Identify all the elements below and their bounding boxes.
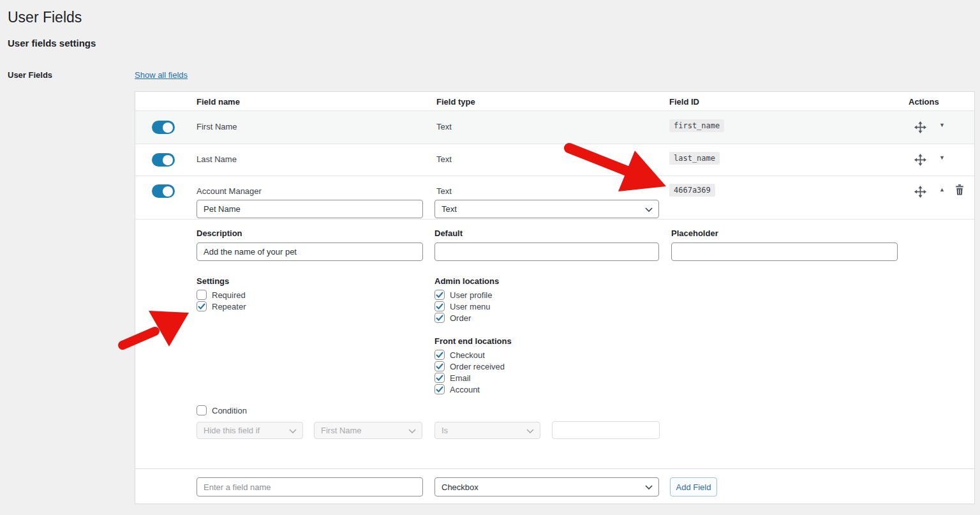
setting-repeater: Repeater — [197, 301, 246, 311]
chevron-down-icon — [645, 485, 653, 490]
user-menu-checkbox[interactable] — [434, 301, 445, 311]
column-header-field-type: Field type — [436, 97, 475, 107]
field-id-chip: last_name — [669, 152, 720, 165]
move-icon[interactable] — [914, 154, 926, 168]
condition-toggle-row: Condition — [197, 405, 247, 415]
placeholder-input[interactable] — [671, 243, 898, 261]
placeholder-label: Placeholder — [671, 228, 718, 238]
user-profile-checkbox[interactable] — [434, 290, 445, 300]
field-name-cell: Last Name — [197, 154, 237, 164]
checkbox-label: Order — [450, 313, 471, 323]
column-header-field-name: Field name — [197, 97, 240, 107]
checkbox-label: Email — [450, 373, 471, 383]
column-header-actions: Actions — [909, 97, 939, 107]
checkout-checkbox[interactable] — [434, 350, 445, 360]
move-icon[interactable] — [914, 121, 926, 135]
table-row: First Name Text first_name ▼ — [135, 111, 974, 144]
condition-checkbox[interactable] — [197, 405, 207, 415]
checkbox-label: Required — [212, 290, 246, 300]
chevron-down-icon — [289, 429, 297, 434]
condition-value-input[interactable] — [552, 421, 660, 439]
condition-label: Condition — [212, 406, 247, 415]
condition-operator-select[interactable]: Is — [434, 422, 540, 439]
settings-label: Settings — [197, 276, 229, 286]
section-label: User Fields — [8, 70, 52, 80]
field-name-cell: First Name — [197, 122, 237, 131]
required-checkbox[interactable] — [197, 290, 207, 300]
email-checkbox[interactable] — [434, 373, 445, 383]
admin-locations-label: Admin locations — [434, 276, 499, 286]
new-field-name-input[interactable] — [197, 477, 423, 496]
checkbox-label: Checkout — [450, 350, 485, 360]
field-type-cell: Text — [436, 154, 452, 164]
description-input[interactable] — [197, 243, 423, 261]
front-end-locations-label: Front end locations — [434, 336, 512, 346]
chevron-down-icon — [526, 429, 534, 434]
checkbox-label: Order received — [450, 362, 505, 371]
checkbox-label: User menu — [450, 302, 491, 311]
admin-location-user-menu: User menu — [434, 301, 491, 311]
account-checkbox[interactable] — [434, 384, 445, 394]
front-end-checkout: Checkout — [434, 350, 485, 360]
page: User Fields User fields settings User Fi… — [0, 0, 980, 515]
checkbox-label: Account — [450, 385, 480, 394]
user-fields-table: Field name Field type Field ID Actions F… — [135, 91, 975, 504]
default-label: Default — [434, 228, 463, 238]
expand-row-icon[interactable]: ▼ — [939, 122, 945, 128]
field-enabled-toggle[interactable] — [152, 121, 175, 134]
table-row-expanded: Account Manager Text Text 4667a369 ▲ — [135, 176, 974, 219]
field-name-input[interactable] — [197, 200, 423, 218]
collapse-row-icon[interactable]: ▲ — [939, 186, 945, 193]
front-end-account: Account — [434, 384, 480, 394]
admin-location-order: Order — [434, 313, 471, 323]
expand-row-icon[interactable]: ▼ — [939, 154, 945, 161]
column-header-field-id: Field ID — [669, 97, 699, 107]
table-row: Last Name Text last_name ▼ — [135, 144, 974, 175]
field-enabled-toggle[interactable] — [152, 184, 175, 198]
default-input[interactable] — [434, 243, 659, 261]
field-type-cell: Text — [436, 186, 452, 196]
add-field-button[interactable]: Add Field — [670, 477, 717, 496]
order-checkbox[interactable] — [434, 313, 445, 323]
repeater-checkbox[interactable] — [197, 301, 207, 311]
field-type-select[interactable]: Text — [434, 200, 659, 218]
field-id-chip: first_name — [669, 119, 724, 132]
setting-required: Required — [197, 290, 246, 300]
chevron-down-icon — [645, 207, 653, 213]
condition-field-select[interactable]: First Name — [314, 422, 422, 439]
field-enabled-toggle[interactable] — [152, 153, 175, 167]
field-name-cell: Account Manager — [197, 186, 262, 196]
checkbox-label: Repeater — [212, 302, 246, 311]
front-end-order-received: Order received — [434, 361, 505, 371]
field-id-chip: 4667a369 — [669, 184, 715, 197]
admin-location-user-profile: User profile — [434, 290, 492, 300]
trash-icon[interactable] — [954, 184, 965, 197]
page-subtitle: User fields settings — [8, 38, 96, 49]
chevron-down-icon — [408, 429, 416, 434]
order-received-checkbox[interactable] — [434, 361, 445, 371]
page-title: User Fields — [8, 9, 82, 26]
front-end-email: Email — [434, 373, 471, 383]
show-all-fields-link[interactable]: Show all fields — [135, 70, 188, 80]
new-field-type-select[interactable]: Checkbox — [434, 477, 659, 496]
checkbox-label: User profile — [450, 290, 492, 300]
condition-action-select[interactable]: Hide this field if — [197, 422, 303, 439]
description-label: Description — [197, 228, 242, 238]
field-type-cell: Text — [436, 122, 452, 131]
move-icon[interactable] — [914, 186, 926, 200]
